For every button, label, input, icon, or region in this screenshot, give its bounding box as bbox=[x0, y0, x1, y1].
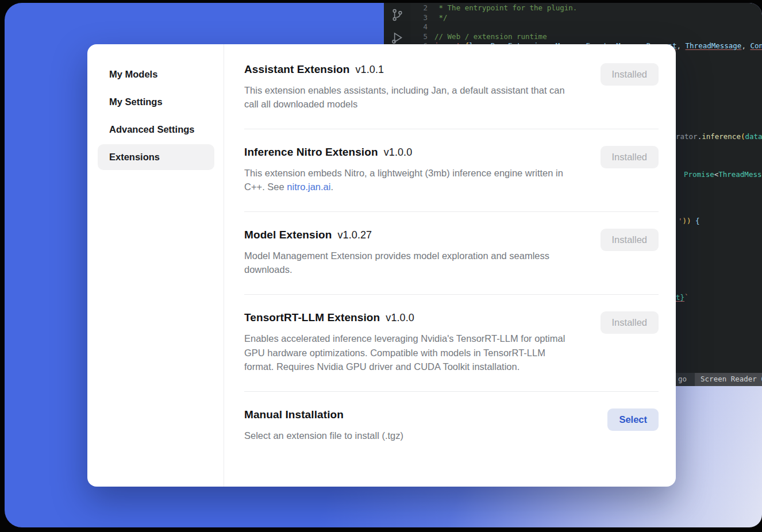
code-token: * The entrypoint for the plugin. bbox=[434, 3, 577, 12]
code-token: ` bbox=[684, 293, 689, 302]
code-token: ' bbox=[678, 217, 683, 225]
sidebar-item-extensions[interactable]: Extensions bbox=[98, 144, 214, 170]
extension-version: v1.0.0 bbox=[386, 312, 414, 323]
extension-row: Inference Nitro Extensionv1.0.0This exte… bbox=[244, 129, 659, 212]
line-number: 4 bbox=[410, 22, 434, 32]
extension-info: Model Extensionv1.0.27Model Management E… bbox=[244, 229, 576, 276]
sidebar-item-advanced-settings[interactable]: Advanced Settings bbox=[98, 117, 214, 142]
code-fragment: t}` bbox=[676, 293, 689, 303]
code-fragment: ')) { bbox=[678, 217, 700, 226]
code-token: // Web / extension runtime bbox=[434, 32, 547, 41]
sidebar-item-my-settings[interactable]: My Settings bbox=[98, 89, 214, 115]
extension-row: Model Extensionv1.0.27Model Management E… bbox=[244, 212, 659, 295]
settings-sidebar: My ModelsMy SettingsAdvanced SettingsExt… bbox=[87, 44, 224, 487]
line-number: 3 bbox=[410, 13, 434, 23]
extension-version: v1.0.27 bbox=[337, 229, 372, 241]
description-text: Enables accelerated inference leveraging… bbox=[244, 333, 565, 371]
extension-description: Select an extension file to install (.tg… bbox=[244, 429, 576, 442]
select-button[interactable]: Select bbox=[607, 408, 659, 431]
extension-info: Manual InstallationSelect an extension f… bbox=[244, 408, 576, 442]
code-fragment: rator.inference(data)); bbox=[676, 132, 762, 142]
code-line: 4 bbox=[410, 22, 762, 32]
line-content: // Web / extension runtime bbox=[434, 32, 547, 42]
code-line: 5// Web / extension runtime bbox=[410, 32, 762, 42]
extension-name: Manual Installation bbox=[244, 408, 344, 421]
installed-button[interactable]: Installed bbox=[601, 229, 659, 251]
extension-title: Assistant Extensionv1.0.1 bbox=[244, 63, 576, 76]
description-text: . bbox=[330, 182, 333, 192]
code-token: ContentType bbox=[750, 41, 762, 50]
status-left-text: go bbox=[678, 373, 687, 386]
extension-row: TensortRT-LLM Extensionv1.0.0Enables acc… bbox=[244, 295, 659, 391]
extension-version: v1.0.0 bbox=[384, 147, 413, 158]
extension-title: TensortRT-LLM Extensionv1.0.0 bbox=[244, 311, 576, 324]
installed-button[interactable]: Installed bbox=[601, 146, 659, 168]
code-fragment: Promise<ThreadMessage> bbox=[684, 170, 762, 180]
code-token: ThreadMessage bbox=[686, 41, 742, 50]
code-token: inference bbox=[702, 132, 741, 141]
extension-title: Inference Nitro Extensionv1.0.0 bbox=[244, 146, 576, 159]
extensions-list: Assistant Extensionv1.0.1This extension … bbox=[224, 44, 676, 487]
installed-button[interactable]: Installed bbox=[601, 311, 659, 334]
line-number: 5 bbox=[410, 32, 434, 42]
run-debug-icon[interactable] bbox=[390, 30, 405, 45]
extension-name: Inference Nitro Extension bbox=[244, 146, 378, 158]
code-token: ThreadMessage bbox=[718, 170, 762, 179]
desktop-background: 2 * The entrypoint for the plugin.3 */45… bbox=[5, 3, 762, 527]
code-token: t} bbox=[676, 293, 684, 302]
extension-info: TensortRT-LLM Extensionv1.0.0Enables acc… bbox=[244, 311, 576, 373]
extension-description: Enables accelerated inference leveraging… bbox=[244, 331, 576, 373]
line-content: * The entrypoint for the plugin. bbox=[434, 3, 577, 13]
sidebar-item-my-models[interactable]: My Models bbox=[98, 61, 214, 87]
line-content: */ bbox=[434, 13, 448, 23]
extension-row: Assistant Extensionv1.0.1This extension … bbox=[244, 47, 659, 129]
extension-link[interactable]: nitro.jan.ai bbox=[287, 182, 330, 192]
extension-version: v1.0.1 bbox=[356, 64, 384, 75]
code-token: data bbox=[745, 132, 762, 141]
code-token: { bbox=[691, 217, 700, 225]
extension-description: Model Management Extension provides mode… bbox=[244, 249, 576, 276]
code-token: */ bbox=[434, 13, 448, 22]
description-text: This extension enables assistants, inclu… bbox=[244, 85, 565, 109]
code-token: rator bbox=[676, 132, 698, 141]
code-line: 3 */ bbox=[410, 13, 762, 23]
settings-modal: My ModelsMy SettingsAdvanced SettingsExt… bbox=[87, 44, 676, 487]
code-token: )) bbox=[683, 217, 691, 225]
extension-description: This extension enables assistants, inclu… bbox=[244, 83, 576, 111]
code-line: 2 * The entrypoint for the plugin. bbox=[410, 3, 762, 13]
extension-info: Inference Nitro Extensionv1.0.0This exte… bbox=[244, 146, 576, 194]
source-control-icon[interactable] bbox=[390, 7, 405, 22]
extension-description: This extension embeds Nitro, a lightweig… bbox=[244, 166, 576, 194]
extension-row: Manual InstallationSelect an extension f… bbox=[244, 392, 659, 460]
extension-info: Assistant Extensionv1.0.1This extension … bbox=[244, 63, 576, 111]
extension-name: Assistant Extension bbox=[244, 63, 350, 75]
extension-title: Model Extensionv1.0.27 bbox=[244, 229, 576, 241]
description-text: Select an extension file to install (.tg… bbox=[244, 430, 403, 441]
extension-name: TensortRT-LLM Extension bbox=[244, 311, 380, 323]
code-token: , bbox=[741, 41, 750, 50]
extension-name: Model Extension bbox=[244, 229, 332, 241]
installed-button[interactable]: Installed bbox=[601, 63, 659, 86]
code-token: , bbox=[677, 41, 686, 50]
line-number: 2 bbox=[410, 3, 434, 13]
extension-title: Manual Installation bbox=[244, 408, 576, 421]
status-screen-reader-item[interactable]: Screen Reader Optimize bbox=[695, 373, 762, 386]
code-token: Promise bbox=[684, 170, 714, 179]
description-text: Model Management Extension provides mode… bbox=[244, 250, 549, 275]
